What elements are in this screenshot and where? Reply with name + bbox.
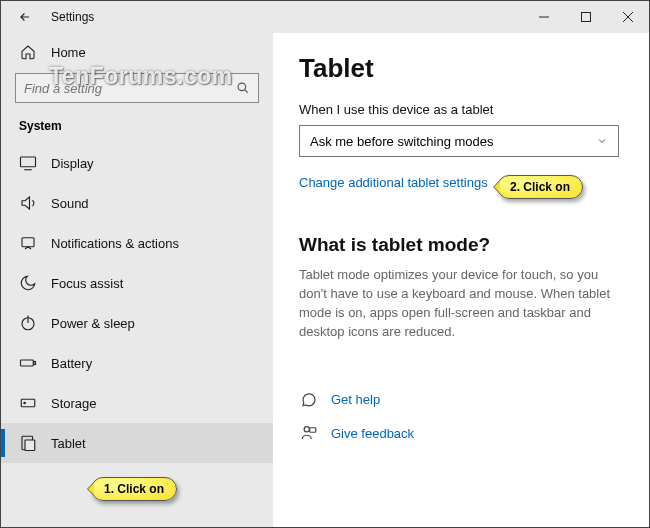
svg-rect-13 <box>21 399 35 407</box>
sidebar-item-storage[interactable]: Storage <box>1 383 273 423</box>
close-button[interactable] <box>607 1 649 33</box>
sidebar-item-label: Power & sleep <box>51 316 135 331</box>
sidebar-home[interactable]: Home <box>1 35 273 69</box>
home-icon <box>19 43 37 61</box>
sidebar-item-label: Sound <box>51 196 89 211</box>
sidebar-item-tablet[interactable]: Tablet <box>1 423 273 463</box>
notifications-icon <box>19 234 37 252</box>
sidebar-item-display[interactable]: Display <box>1 143 273 183</box>
dropdown-value: Ask me before switching modes <box>310 134 494 149</box>
svg-rect-16 <box>25 440 35 451</box>
callout-1: 1. Click on <box>91 477 177 501</box>
tablet-mode-dropdown[interactable]: Ask me before switching modes <box>299 125 619 157</box>
sidebar-item-label: Tablet <box>51 436 86 451</box>
svg-rect-6 <box>21 157 36 167</box>
sidebar-home-label: Home <box>51 45 86 60</box>
maximize-button[interactable] <box>565 1 607 33</box>
sound-icon <box>19 194 37 212</box>
focus-assist-icon <box>19 274 37 292</box>
callout-2: 2. Click on <box>497 175 583 199</box>
section-description: Tablet mode optimizes your device for to… <box>299 266 623 341</box>
sidebar-item-label: Notifications & actions <box>51 236 179 251</box>
sidebar-item-battery[interactable]: Battery <box>1 343 273 383</box>
sidebar-section-heading: System <box>1 113 273 143</box>
chevron-down-icon <box>596 135 608 147</box>
power-icon <box>19 314 37 332</box>
search-box[interactable] <box>15 73 259 103</box>
svg-rect-11 <box>21 360 34 366</box>
svg-rect-12 <box>34 362 36 365</box>
get-help-icon <box>299 389 319 409</box>
search-icon <box>236 81 250 95</box>
sidebar-item-label: Focus assist <box>51 276 123 291</box>
svg-rect-18 <box>310 428 316 433</box>
svg-point-14 <box>24 402 26 404</box>
tablet-icon <box>19 434 37 452</box>
svg-point-4 <box>238 83 246 91</box>
page-title: Tablet <box>299 53 623 84</box>
minimize-button[interactable] <box>523 1 565 33</box>
sidebar: Home System Display Sound Notifications … <box>1 33 273 527</box>
main-content: Tablet When I use this device as a table… <box>273 33 649 527</box>
window-title: Settings <box>51 10 94 24</box>
svg-rect-1 <box>582 13 591 22</box>
display-icon <box>19 154 37 172</box>
sidebar-item-label: Display <box>51 156 94 171</box>
sidebar-item-focus-assist[interactable]: Focus assist <box>1 263 273 303</box>
sidebar-item-label: Battery <box>51 356 92 371</box>
give-feedback-link[interactable]: Give feedback <box>331 426 414 441</box>
storage-icon <box>19 394 37 412</box>
section-title: What is tablet mode? <box>299 234 623 256</box>
get-help-link[interactable]: Get help <box>331 392 380 407</box>
svg-rect-8 <box>22 238 34 247</box>
sidebar-item-sound[interactable]: Sound <box>1 183 273 223</box>
svg-point-17 <box>304 427 309 432</box>
field-label: When I use this device as a tablet <box>299 102 623 117</box>
sidebar-item-power-sleep[interactable]: Power & sleep <box>1 303 273 343</box>
sidebar-item-label: Storage <box>51 396 97 411</box>
feedback-icon <box>299 423 319 443</box>
back-button[interactable] <box>11 3 39 31</box>
svg-line-5 <box>245 90 248 93</box>
change-tablet-settings-link[interactable]: Change additional tablet settings <box>299 175 488 190</box>
titlebar: Settings <box>1 1 649 33</box>
sidebar-item-notifications[interactable]: Notifications & actions <box>1 223 273 263</box>
battery-icon <box>19 354 37 372</box>
search-input[interactable] <box>24 81 236 96</box>
